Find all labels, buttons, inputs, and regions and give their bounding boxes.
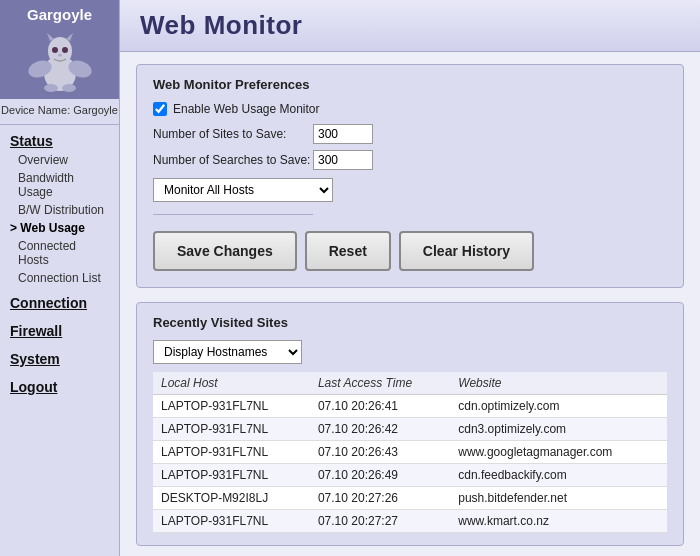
site-cell[interactable]: cdn3.optimizely.com [450,418,667,441]
col-host: Local Host [153,372,310,395]
host-cell: LAPTOP-931FL7NL [153,510,310,533]
time-cell: 07.10 20:27:26 [310,487,450,510]
table-header-row: Local Host Last Access Time Website [153,372,667,395]
enable-row: Enable Web Usage Monitor [153,102,667,116]
recently-visited-box: Recently Visited Sites Display Hostnames… [136,302,684,546]
sidebar-item-webusage[interactable]: Web Usage [0,219,119,237]
sidebar-item-overview[interactable]: Overview [0,151,119,169]
sidebar-item-bandwidth[interactable]: Bandwidth Usage [0,169,119,201]
time-cell: 07.10 20:26:42 [310,418,450,441]
col-time: Last Access Time [310,372,450,395]
sidebar-item-bwdist[interactable]: B/W Distribution [0,201,119,219]
host-cell: DESKTOP-M92I8LJ [153,487,310,510]
monitor-select[interactable]: Monitor All Hosts Monitor Selected Hosts… [153,178,333,202]
site-cell[interactable]: cdn.feedbackify.com [450,464,667,487]
gargoyle-icon [25,25,95,95]
site-cell[interactable]: www.kmart.co.nz [450,510,667,533]
page-title: Web Monitor [140,10,680,41]
time-cell: 07.10 20:27:27 [310,510,450,533]
sidebar-connection-header[interactable]: Connection [0,287,119,315]
svg-point-8 [62,47,68,53]
col-site: Website [450,372,667,395]
svg-point-11 [62,84,76,92]
svg-point-7 [52,47,58,53]
sites-row: Number of Sites to Save: 300 [153,124,667,144]
site-cell[interactable]: push.bitdefender.net [450,487,667,510]
save-button[interactable]: Save Changes [153,231,297,271]
sites-input[interactable]: 300 [313,124,373,144]
sidebar-logo-area: Gargoyle [0,0,119,99]
sidebar-item-connhosts[interactable]: Connected Hosts [0,237,119,269]
main-content: Web Monitor Web Monitor Preferences Enab… [120,0,700,556]
reset-button[interactable]: Reset [305,231,391,271]
sidebar-firewall-header[interactable]: Firewall [0,315,119,343]
page-header: Web Monitor [120,0,700,52]
clear-button[interactable]: Clear History [399,231,534,271]
host-cell: LAPTOP-931FL7NL [153,464,310,487]
display-filter-select[interactable]: Display Hostnames Display IP Addresses [153,340,302,364]
content-area: Web Monitor Preferences Enable Web Usage… [120,52,700,556]
filter-row: Display Hostnames Display IP Addresses [153,340,667,364]
status-section-header: Status [0,125,119,151]
host-cell: LAPTOP-931FL7NL [153,395,310,418]
preferences-box: Web Monitor Preferences Enable Web Usage… [136,64,684,288]
searches-label: Number of Searches to Save: [153,153,313,167]
time-cell: 07.10 20:26:41 [310,395,450,418]
table-row: LAPTOP-931FL7NL 07.10 20:26:49 cdn.feedb… [153,464,667,487]
sidebar-logout-header[interactable]: Logout [0,371,119,399]
sidebar: Gargoyle Device Name: Gargoy [0,0,120,556]
enable-checkbox[interactable] [153,102,167,116]
host-cell: LAPTOP-931FL7NL [153,441,310,464]
site-cell[interactable]: cdn.optimizely.com [450,395,667,418]
table-row: LAPTOP-931FL7NL 07.10 20:26:41 cdn.optim… [153,395,667,418]
time-cell: 07.10 20:26:49 [310,464,450,487]
recently-visited-title: Recently Visited Sites [153,315,667,330]
svg-point-10 [44,84,58,92]
table-row: DESKTOP-M92I8LJ 07.10 20:27:26 push.bitd… [153,487,667,510]
table-row: LAPTOP-931FL7NL 07.10 20:26:42 cdn3.opti… [153,418,667,441]
sites-label: Number of Sites to Save: [153,127,313,141]
searches-row: Number of Searches to Save: 300 [153,150,667,170]
host-cell: LAPTOP-931FL7NL [153,418,310,441]
enable-label: Enable Web Usage Monitor [173,102,320,116]
preferences-title: Web Monitor Preferences [153,77,667,92]
sites-table: Local Host Last Access Time Website LAPT… [153,372,667,533]
site-cell[interactable]: www.googletagmanager.com [450,441,667,464]
table-row: LAPTOP-931FL7NL 07.10 20:27:27 www.kmart… [153,510,667,533]
sidebar-nav: Status Overview Bandwidth Usage B/W Dist… [0,125,119,399]
sidebar-item-connlist[interactable]: Connection List [0,269,119,287]
searches-input[interactable]: 300 [313,150,373,170]
time-cell: 07.10 20:26:43 [310,441,450,464]
app-name: Gargoyle [0,6,119,23]
device-name-label: Device Name: Gargoyle [0,99,119,125]
svg-point-9 [58,54,62,57]
sidebar-system-header[interactable]: System [0,343,119,371]
monitor-select-row: Monitor All Hosts Monitor Selected Hosts… [153,178,667,202]
divider [153,214,313,215]
table-row: LAPTOP-931FL7NL 07.10 20:26:43 www.googl… [153,441,667,464]
action-buttons: Save Changes Reset Clear History [153,231,667,271]
